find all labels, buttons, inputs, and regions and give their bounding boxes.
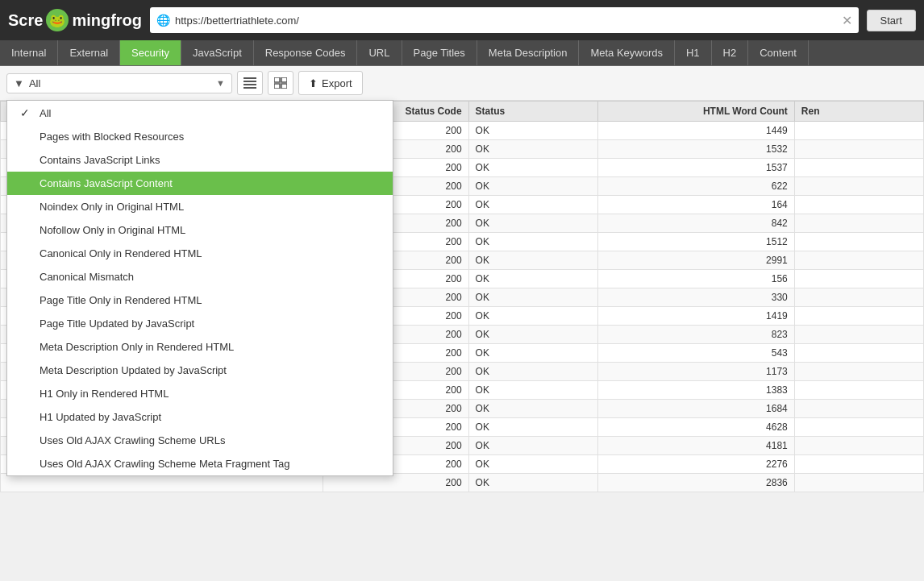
filter-option-label: Canonical Mismatch: [40, 271, 134, 283]
filter-option-h1-js[interactable]: H1 Updated by JavaScript: [7, 405, 393, 429]
tab-internal[interactable]: Internal: [0, 40, 58, 65]
cell-status: OK: [468, 418, 597, 437]
svg-rect-7: [281, 84, 287, 89]
cell-ren: [794, 326, 923, 344]
filter-option-h1-rendered[interactable]: H1 Only in Rendered HTML: [7, 382, 393, 405]
svg-rect-2: [243, 84, 256, 85]
tab-response-codes[interactable]: Response Codes: [254, 40, 358, 65]
cell-ren: [794, 196, 923, 214]
filter-dropdown-menu: ✓ All Pages with Blocked Resources Conta…: [6, 100, 393, 476]
cell-ren: [794, 363, 923, 381]
top-bar: Scre 🐸 mingfrog 🌐 ✕ Start: [0, 0, 924, 40]
cell-word-count: 823: [597, 326, 794, 344]
cell-word-count: 2991: [597, 251, 794, 270]
tab-h2[interactable]: H2: [712, 40, 749, 65]
cell-ren: [794, 122, 923, 140]
globe-icon: 🌐: [156, 14, 170, 27]
svg-rect-0: [243, 77, 256, 79]
cell-word-count: 330: [597, 288, 794, 307]
filter-option-label: Noindex Only in Original HTML: [40, 201, 184, 213]
tab-meta-keywords[interactable]: Meta Keywords: [579, 40, 675, 65]
cell-word-count: 1419: [597, 307, 794, 326]
clear-url-button[interactable]: ✕: [842, 13, 852, 28]
svg-rect-6: [274, 84, 280, 89]
filter-option-page-title-js[interactable]: Page Title Updated by JavaScript: [7, 312, 393, 335]
filter-option-meta-desc-js[interactable]: Meta Description Updated by JavaScript: [7, 359, 393, 382]
filter-option-nofollow-original[interactable]: Nofollow Only in Original HTML: [7, 218, 393, 242]
cell-word-count: 4628: [597, 418, 794, 437]
cell-status: OK: [468, 233, 597, 251]
group-icon: [274, 77, 287, 89]
group-view-button[interactable]: [268, 71, 293, 95]
filter-option-canonical-mismatch[interactable]: Canonical Mismatch: [7, 265, 393, 288]
tab-url[interactable]: URL: [357, 40, 402, 65]
filter-option-label: Nofollow Only in Original HTML: [40, 224, 185, 236]
cell-ren: [794, 437, 923, 455]
filter-option-label: Pages with Blocked Resources: [40, 131, 184, 143]
cell-word-count: 2276: [597, 455, 794, 474]
cell-status: OK: [468, 307, 597, 326]
cell-ren: [794, 159, 923, 177]
cell-status: OK: [468, 288, 597, 307]
cell-status: OK: [468, 196, 597, 214]
filter-option-js-links[interactable]: Contains JavaScript Links: [7, 148, 393, 172]
tab-security[interactable]: Security: [120, 40, 181, 65]
filter-option-all[interactable]: ✓ All: [7, 101, 393, 125]
tab-content[interactable]: Content: [748, 40, 809, 65]
cell-word-count: 1684: [597, 400, 794, 418]
export-button[interactable]: ⬆ Export: [298, 71, 363, 95]
cell-word-count: 164: [597, 196, 794, 214]
filter-option-label: Canonical Only in Rendered HTML: [40, 247, 202, 259]
cell-word-count: 1173: [597, 363, 794, 381]
filter-option-label: Contains JavaScript Content: [40, 177, 173, 189]
cell-status: OK: [468, 363, 597, 381]
cell-ren: [794, 381, 923, 400]
filter-option-label: H1 Only in Rendered HTML: [40, 388, 169, 400]
cell-word-count: 2836: [597, 474, 794, 492]
filter-option-ajax-urls[interactable]: Uses Old AJAX Crawling Scheme URLs: [7, 429, 393, 452]
cell-ren: [794, 177, 923, 196]
cell-ren: [794, 288, 923, 307]
url-input[interactable]: [175, 15, 837, 27]
filter-option-js-content[interactable]: Contains JavaScript Content: [7, 172, 393, 195]
start-button[interactable]: Start: [867, 10, 916, 31]
svg-rect-5: [281, 77, 287, 82]
filter-label: All: [29, 77, 211, 89]
tab-meta-description[interactable]: Meta Description: [477, 40, 580, 65]
chevron-down-icon: ▼: [216, 78, 225, 88]
cell-status: OK: [468, 214, 597, 233]
cell-ren: [794, 418, 923, 437]
filter-option-ajax-meta[interactable]: Uses Old AJAX Crawling Scheme Meta Fragm…: [7, 452, 393, 475]
cell-word-count: 1512: [597, 233, 794, 251]
cell-word-count: 1532: [597, 140, 794, 159]
filter-option-noindex-original[interactable]: Noindex Only in Original HTML: [7, 195, 393, 218]
list-view-button[interactable]: [237, 71, 263, 95]
filter-option-canonical-rendered[interactable]: Canonical Only in Rendered HTML: [7, 242, 393, 265]
cell-ren: [794, 233, 923, 251]
tab-h1[interactable]: H1: [675, 40, 712, 65]
cell-status: OK: [468, 455, 597, 474]
cell-status: OK: [468, 326, 597, 344]
toolbar: ▼ All ▼ ⬆ Export ✓ All Pages with Blocke: [0, 66, 924, 101]
filter-option-label: Uses Old AJAX Crawling Scheme URLs: [40, 434, 225, 446]
tab-page-titles[interactable]: Page Titles: [402, 40, 477, 65]
filter-option-page-title-rendered[interactable]: Page Title Only in Rendered HTML: [7, 288, 393, 312]
cell-status: OK: [468, 344, 597, 363]
filter-option-pages-blocked[interactable]: Pages with Blocked Resources: [7, 125, 393, 148]
cell-status: OK: [468, 437, 597, 455]
col-header-word-count[interactable]: HTML Word Count: [597, 102, 794, 122]
cell-status: OK: [468, 474, 597, 492]
filter-option-label: Page Title Updated by JavaScript: [40, 317, 194, 330]
col-header-ren[interactable]: Ren: [794, 102, 923, 122]
tab-external[interactable]: External: [58, 40, 120, 65]
cell-ren: [794, 455, 923, 474]
filter-option-label: Meta Description Only in Rendered HTML: [40, 341, 234, 353]
col-header-status[interactable]: Status: [468, 102, 597, 122]
cell-status: OK: [468, 177, 597, 196]
cell-ren: [794, 140, 923, 159]
filter-option-meta-desc-rendered[interactable]: Meta Description Only in Rendered HTML: [7, 335, 393, 359]
filter-dropdown[interactable]: ▼ All ▼: [6, 73, 232, 93]
logo-frog-icon: 🐸: [46, 9, 69, 31]
cell-word-count: 543: [597, 344, 794, 363]
tab-javascript[interactable]: JavaScript: [181, 40, 254, 65]
